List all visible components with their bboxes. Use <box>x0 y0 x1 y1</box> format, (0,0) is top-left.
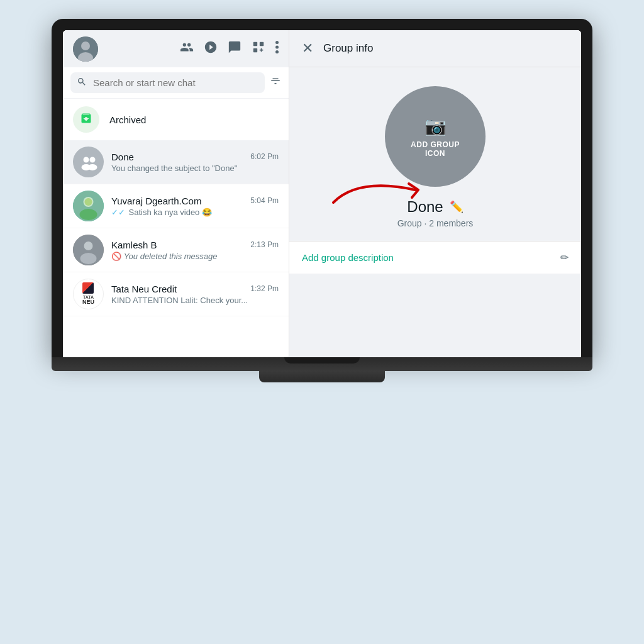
laptop-base <box>52 357 592 371</box>
chat-time-tata: 1:32 Pm <box>250 284 279 293</box>
chat-avatar-kamlesh <box>73 235 104 265</box>
chat-avatar-tata: TATA NEU <box>73 279 104 309</box>
camera-icon: 📷 <box>425 116 447 136</box>
group-description-section: Add group description ✏ <box>289 241 581 274</box>
chat-name-tata: Tata Neu Credit <box>111 284 177 294</box>
chat-info-kamlesh: Kamlesh B 2:13 Pm 🚫 You deleted this mes… <box>111 240 279 261</box>
archive-symbol <box>80 112 92 128</box>
chat-time-done: 6:02 Pm <box>250 152 279 161</box>
group-name-row: Done ✏️ <box>407 198 463 216</box>
laptop-bezel: Archived <box>52 19 592 357</box>
add-description-button[interactable]: Add group description <box>302 252 394 263</box>
group-info-panel: ✕ Group info 📷 ADD GROUP ICON <box>289 30 581 357</box>
laptop-wrapper: Archived <box>52 19 592 382</box>
close-button[interactable]: ✕ <box>302 40 313 57</box>
svg-point-7 <box>275 46 279 49</box>
chat-list: Archived <box>63 99 289 357</box>
chat-item-kamlesh[interactable]: Kamlesh B 2:13 Pm 🚫 You deleted this mes… <box>63 228 289 272</box>
tata-logo-mark <box>82 282 94 294</box>
archived-label: Archived <box>109 114 146 125</box>
group-info-body: 📷 ADD GROUP ICON Done ✏️ Group · 2 membe… <box>289 67 581 357</box>
svg-rect-4 <box>260 42 264 46</box>
chat-header <box>63 30 289 67</box>
new-chat-icon[interactable] <box>228 40 242 57</box>
chat-item-done[interactable]: Done 6:02 Pm You changed the subject to … <box>63 140 289 184</box>
double-tick-yuvaraj: ✓✓ <box>111 208 125 217</box>
chat-name-row-kamlesh: Kamlesh B 2:13 Pm <box>111 240 279 250</box>
search-bar <box>63 67 289 99</box>
laptop-notch <box>284 357 360 364</box>
search-icon <box>77 77 87 89</box>
archived-icon <box>73 106 99 133</box>
menu-icon[interactable] <box>275 41 279 57</box>
chat-info-yuvaraj: Yuvaraj Dgearth.Com 5:04 Pm ✓✓ Satish ka… <box>111 196 279 217</box>
user-avatar[interactable] <box>73 36 98 62</box>
chat-preview-tata: KIND ATTENTION Lalit: Check your... <box>111 296 279 305</box>
svg-point-18 <box>84 242 93 250</box>
chat-name-done: Done <box>111 152 134 162</box>
chat-item-tata[interactable]: TATA NEU Tata Neu Credit 1:32 Pm KIND AT… <box>63 272 289 316</box>
archived-row[interactable]: Archived <box>63 99 289 140</box>
chat-item-yuvaraj[interactable]: Yuvaraj Dgearth.Com 5:04 Pm ✓✓ Satish ka… <box>63 184 289 228</box>
chat-time-kamlesh: 2:13 Pm <box>250 240 279 249</box>
group-info-content: 📷 ADD GROUP ICON Done ✏️ Group · 2 membe… <box>289 86 581 241</box>
laptop-stand <box>259 371 385 382</box>
new-group-icon[interactable] <box>180 40 194 57</box>
blocked-icon: 🚫 <box>111 252 121 261</box>
svg-point-12 <box>87 164 97 170</box>
chat-info-tata: Tata Neu Credit 1:32 Pm KIND ATTENTION L… <box>111 284 279 305</box>
group-members-count: Group · 2 members <box>397 218 474 228</box>
group-name-edit-icon[interactable]: ✏️ <box>450 200 464 214</box>
svg-point-9 <box>83 157 89 162</box>
svg-point-1 <box>81 42 90 50</box>
chat-name-row-tata: Tata Neu Credit 1:32 Pm <box>111 284 279 294</box>
group-info-title: Group info <box>323 42 373 55</box>
header-icons <box>180 40 279 57</box>
chat-name-kamlesh: Kamlesh B <box>111 240 157 250</box>
add-group-icon-button[interactable]: 📷 ADD GROUP ICON <box>385 86 486 187</box>
description-edit-icon[interactable]: ✏ <box>560 252 569 264</box>
chat-preview-done: You changed the subject to "Done" <box>111 164 279 173</box>
laptop-screen: Archived <box>63 30 581 357</box>
svg-point-15 <box>80 209 97 220</box>
svg-rect-3 <box>253 42 257 46</box>
svg-point-6 <box>275 41 279 44</box>
chat-name-yuvaraj: Yuvaraj Dgearth.Com <box>111 196 201 206</box>
search-wrap <box>70 72 265 93</box>
svg-point-19 <box>80 253 97 264</box>
group-info-header: ✕ Group info <box>289 30 581 67</box>
search-input[interactable] <box>70 72 265 93</box>
svg-point-10 <box>89 157 95 162</box>
chat-time-yuvaraj: 5:04 Pm <box>250 196 279 205</box>
tata-logo: TATA NEU <box>82 282 94 306</box>
chat-preview-kamlesh: 🚫 You deleted this message <box>111 252 279 261</box>
chat-avatar-done <box>73 147 104 177</box>
status-icon[interactable] <box>204 40 218 57</box>
svg-point-8 <box>275 50 279 53</box>
chat-info-done: Done 6:02 Pm You changed the subject to … <box>111 152 279 173</box>
svg-rect-5 <box>253 48 257 52</box>
chat-name-row-yuvaraj: Yuvaraj Dgearth.Com 5:04 Pm <box>111 196 279 206</box>
filter-icon[interactable] <box>270 75 281 90</box>
svg-point-16 <box>85 198 92 206</box>
chat-preview-yuvaraj: ✓✓ Satish ka nya video 😂 <box>111 208 279 217</box>
chat-sidebar: Archived <box>63 30 289 357</box>
chat-avatar-yuvaraj <box>73 191 104 221</box>
add-icon[interactable] <box>252 40 265 57</box>
deleted-message-label: You deleted this message <box>124 252 218 261</box>
neu-text: NEU <box>82 299 94 306</box>
chat-name-row-done: Done 6:02 Pm <box>111 152 279 162</box>
add-group-icon-label: ADD GROUP ICON <box>411 140 460 158</box>
group-name: Done <box>407 198 443 216</box>
